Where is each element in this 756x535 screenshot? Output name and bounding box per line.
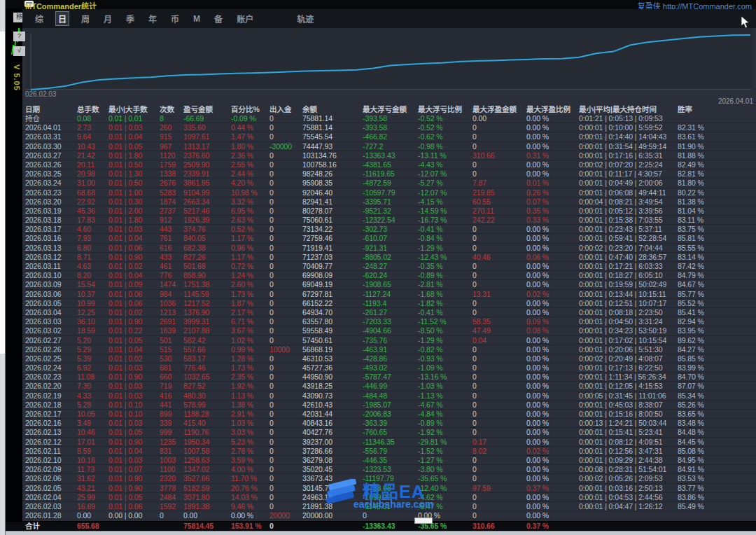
table-row[interactable]: 2026.03.2520.980.01 | 1.3013382339.912.4… bbox=[25, 169, 756, 179]
menu-item-综[interactable]: 综 bbox=[33, 12, 46, 25]
cell-in-out: 0 bbox=[270, 262, 302, 270]
menu-item-日[interactable]: 日 bbox=[55, 11, 69, 26]
cell-min-max-lots: 0.01 | 0.90 bbox=[108, 373, 160, 381]
help-button[interactable]: ? bbox=[13, 32, 25, 41]
menu-item-月[interactable]: 月 bbox=[102, 12, 114, 25]
cell-win-rate: 83.95 % bbox=[678, 326, 720, 335]
menu-item-季[interactable]: 季 bbox=[124, 12, 136, 25]
cell-max-float-loss-pct: -1.29 % bbox=[418, 336, 472, 345]
cell-win-rate: 83.14 % bbox=[678, 253, 720, 261]
table-row[interactable]: 2026.03.174.600.01 | 0.03443374.760.52 %… bbox=[25, 225, 756, 234]
table-row[interactable]: 2026.02.2311.080.01 | 0.906601032.652.35… bbox=[25, 373, 756, 382]
menu-item-轨迹[interactable]: 轨迹 bbox=[295, 12, 316, 25]
menu-item-M[interactable]: M bbox=[191, 13, 202, 25]
table-row[interactable]: 2026.02.275.200.01 | 0.05501582.421.02 %… bbox=[25, 336, 756, 345]
cell-win-rate: 83.48 % bbox=[678, 419, 720, 427]
cell-max-float-loss-pct: -2.81 % bbox=[418, 280, 472, 289]
cell-percent: 2.55 % bbox=[231, 160, 270, 169]
table-row[interactable]: 2026.02.118.590.01 | 0.048311007.582.78 … bbox=[25, 447, 756, 456]
menu-item-币[interactable]: 币 bbox=[169, 12, 181, 25]
table-row[interactable]: 2026.02.1710.050.01 | 0.108991188.282.91… bbox=[25, 410, 756, 419]
cell-min-max-lots: 0.01 | 1.00 bbox=[108, 188, 160, 197]
table-row[interactable]: 2026.03.0412.250.01 | 0.0212131376.902.1… bbox=[25, 308, 756, 317]
table-row[interactable]: 2026.02.255.390.01 | 0.02530583.171.28 %… bbox=[25, 354, 756, 363]
cell-max-float-profit: 8.02 bbox=[472, 447, 526, 455]
equity-line bbox=[31, 35, 750, 90]
cell-profit: 501.68 bbox=[183, 262, 231, 270]
table-row[interactable]: 2026.03.128.710.01 | 0.90433827.261.17 %… bbox=[25, 253, 756, 262]
cell-total-lots: 2.73 bbox=[77, 123, 108, 132]
table-row[interactable]: 2026.03.2431.000.01 | 0.5026763861.954.2… bbox=[25, 179, 756, 188]
version-label: V 5.05 bbox=[13, 64, 21, 91]
table-row[interactable]: 2026.02.265.290.01 | 0.04515557.660.99 %… bbox=[25, 345, 756, 354]
table-row[interactable]: 2026.04.012.730.01 | 0.03260335.600.44 %… bbox=[25, 123, 756, 132]
cell-in-out: 0 bbox=[270, 493, 302, 501]
table-row[interactable]: 2026.03.2620.110.01 | 0.5017592509.902.5… bbox=[25, 160, 756, 169]
cell-max-float-loss: -2006.83 bbox=[363, 410, 418, 418]
cell-max-float-loss: -393.58 bbox=[363, 114, 418, 123]
table-row[interactable]: 2026.02.185.280.01 | 0.10441578.991.38 %… bbox=[25, 401, 756, 410]
cell-percent: 2.60 % bbox=[231, 280, 270, 289]
table-row[interactable]: 2026.03.0336.100.01 | 0.9026913999.316.7… bbox=[25, 317, 756, 326]
cell-max-float-profit-pct: 0.00 % bbox=[526, 234, 579, 242]
confirm-button[interactable]: √ bbox=[13, 46, 25, 56]
table-row[interactable]: 2026.01.280.000.00 | 0.0000.000.00 %2000… bbox=[25, 511, 756, 520]
outer-vertical-scrollbar[interactable] bbox=[0, 0, 6, 535]
cell-profit: 1751.38 bbox=[183, 280, 231, 289]
horizontal-scrollbar[interactable] bbox=[6, 531, 756, 535]
table-row[interactable]: 2026.03.114.630.01 | 0.02461501.680.72 %… bbox=[25, 262, 756, 271]
position-row[interactable]: 持仓0.080.01 | 0.018-66.69-0.09 %075881.14… bbox=[25, 114, 756, 123]
table-row[interactable]: 2026.02.194.330.01 | 0.03416480.301.13 %… bbox=[25, 391, 756, 401]
table-row[interactable]: 2026.03.2022.920.01 | 0.3018742663.343.3… bbox=[25, 197, 756, 207]
cell-profit: 776.46 bbox=[183, 363, 231, 372]
table-row[interactable]: 2026.02.1010.160.01 | 0.0310031258.633.5… bbox=[25, 456, 756, 465]
cell-in-out: 0 bbox=[270, 271, 302, 279]
table-row[interactable]: 2026.03.319.640.01 | 0.049151097.611.47 … bbox=[25, 132, 756, 141]
table-row[interactable]: 2026.03.0915.540.01 | 0.0914741751.382.6… bbox=[25, 280, 756, 289]
cell-trades: 984 bbox=[160, 290, 183, 298]
table-row[interactable]: 2026.02.1310.460.01 | 0.059991190.763.03… bbox=[25, 428, 756, 437]
table-row[interactable]: 2026.03.136.800.01 | 0.06616682.380.96 %… bbox=[25, 244, 756, 253]
table-row[interactable]: 2026.03.2721.420.01 | 1.8011202376.602.3… bbox=[25, 151, 756, 160]
cell-total-lots: 68.68 bbox=[77, 188, 108, 197]
cell-date: 2026.03.31 bbox=[25, 132, 77, 141]
cell-balance: 75881.14 bbox=[302, 114, 363, 123]
cell-max-float-profit: 58.35 bbox=[472, 317, 526, 326]
table-row[interactable]: 2026.03.1817.830.01 | 1.809121926.392.63… bbox=[25, 216, 756, 225]
menu-item-年[interactable]: 年 bbox=[146, 12, 159, 25]
cell-hold-time: 0:00:01 | 0:15:41 | 5:23:41 bbox=[579, 428, 678, 436]
cell-max-float-profit: 0 bbox=[472, 234, 526, 242]
table-row[interactable]: 2026.02.1217.010.01 | 0.9012351950.345.2… bbox=[25, 438, 756, 447]
cell-trades: 616 bbox=[160, 244, 183, 252]
table-row[interactable]: 2026.03.3010.430.01 | 0.059671313.171.80… bbox=[25, 142, 756, 151]
menu-item-账户[interactable]: 账户 bbox=[234, 12, 255, 25]
cell-min-max-lots: 0.01 | 0.03 bbox=[108, 456, 160, 464]
table-row[interactable]: 2026.03.1945.360.01 | 2.0027375217.466.9… bbox=[25, 207, 756, 216]
table-row[interactable]: 2026.03.167.930.01 | 0.04761840.051.17 %… bbox=[25, 234, 756, 243]
menu-item-备[interactable]: 备 bbox=[212, 12, 225, 25]
cell-trades: 8 bbox=[160, 114, 183, 123]
scrollbar-thumb[interactable] bbox=[0, 32, 5, 354]
cell-in-out: 0 bbox=[270, 419, 302, 427]
cell-max-float-loss: -261.27 bbox=[363, 308, 418, 317]
cell-date: 2026.03.04 bbox=[25, 308, 77, 317]
table-row[interactable]: 2026.02.246.920.01 | 0.03681776.461.73 %… bbox=[25, 363, 756, 373]
table-row[interactable]: 2026.03.0510.990.01 | 0.0610361217.521.8… bbox=[25, 299, 756, 308]
cell-min-max-lots: 0.01 | 0.90 bbox=[108, 484, 160, 492]
table-row[interactable]: 2026.02.163.490.01 | 0.03339415.401.03 %… bbox=[25, 419, 756, 428]
table-row[interactable]: 2026.03.108.200.01 | 0.04776858.901.24 %… bbox=[25, 271, 756, 280]
menu-item-周[interactable]: 周 bbox=[79, 12, 92, 25]
cell-profit: 335.60 bbox=[183, 123, 231, 132]
cell-max-float-loss-pct: -1.68 % bbox=[418, 290, 472, 298]
cell-max-float-loss-pct: -0.62 % bbox=[418, 132, 472, 141]
table-header: 日期总手数最小|大手数次数盈亏金额百分比%出入金余额最大浮亏金额最大浮亏比例最大… bbox=[25, 105, 756, 114]
total-row[interactable]: 合计655.6875814.45153.91 %0-13363.43-35.65… bbox=[25, 522, 756, 531]
table-row[interactable]: 2026.03.0218.590.01 | 0.2216392107.883.6… bbox=[25, 326, 756, 335]
cell-in-out: 0 bbox=[270, 179, 302, 187]
table-row[interactable]: 2026.03.0610.370.01 | 0.069841145.591.73… bbox=[25, 290, 756, 299]
cell-min-max-lots: 0.01 | 1.80 bbox=[108, 216, 160, 224]
table-row[interactable]: 2026.03.2368.680.01 | 1.0052839104.9910.… bbox=[25, 188, 756, 197]
cell-max-float-profit-pct: 0.00 % bbox=[526, 142, 579, 151]
table-row[interactable]: 2026.02.207.300.01 | 0.03719827.521.92 %… bbox=[25, 382, 756, 391]
table-row[interactable]: 2026.02.0911.730.01 | 0.0711001347.024.0… bbox=[25, 465, 756, 474]
